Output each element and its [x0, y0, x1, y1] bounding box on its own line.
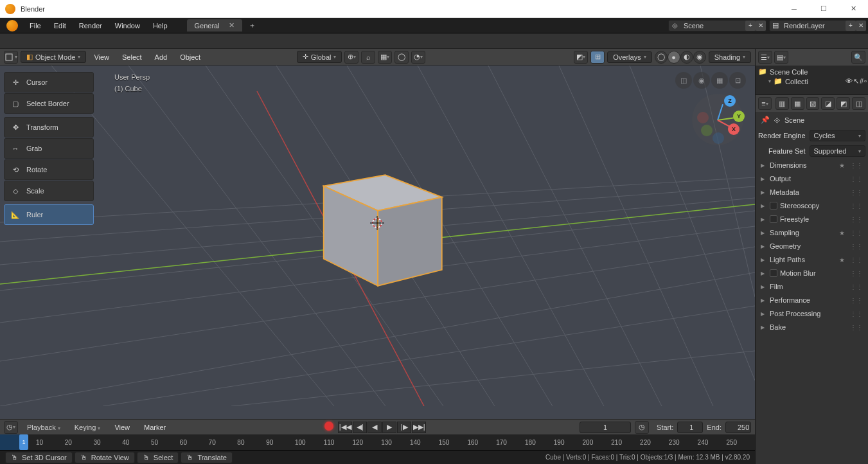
nav-camera-button[interactable]: ◉ — [693, 72, 710, 89]
blender-icon[interactable] — [6, 20, 18, 31]
outliner-search-button[interactable]: 🔍 — [851, 51, 865, 64]
tool-rotate[interactable]: ⟲Rotate — [4, 159, 94, 180]
preview-range-button[interactable]: ◷ — [635, 421, 649, 434]
pin-icon[interactable]: 📌 — [761, 116, 770, 124]
header-object[interactable]: Object — [175, 51, 206, 64]
proportional-falloff-button[interactable]: ◔▾ — [411, 51, 425, 64]
props-filter-2[interactable]: ▦ — [791, 97, 804, 110]
properties-editor-type-button[interactable]: ≡▾ — [758, 97, 772, 110]
window-minimize-button[interactable]: ─ — [779, 0, 809, 18]
grip-icon[interactable]: ⋮⋮ — [850, 202, 863, 210]
jump-next-keyframe-button[interactable]: |▶ — [397, 422, 411, 433]
jump-to-start-button[interactable]: |◀◀ — [338, 422, 352, 433]
panel-sampling[interactable]: ▶Sampling★⋮⋮ — [758, 226, 865, 240]
panel-post-processing[interactable]: ▶Post Processing⋮⋮ — [758, 307, 865, 321]
timeline-playback[interactable]: Playback ▾ — [22, 421, 66, 434]
panel-metadata[interactable]: ▶Metadata⋮⋮ — [758, 186, 865, 199]
orientation-selector[interactable]: ✛ Global ▾ — [297, 51, 342, 63]
menu-file[interactable]: File — [23, 19, 48, 32]
header-add[interactable]: Add — [150, 51, 173, 64]
pivot-button[interactable]: ⊕▾ — [344, 51, 359, 64]
grip-icon[interactable]: ⋮⋮ — [850, 162, 863, 169]
menu-render[interactable]: Render — [73, 19, 109, 32]
grip-icon[interactable]: ⋮⋮ — [850, 243, 863, 250]
props-filter-3[interactable]: ▧ — [806, 97, 820, 110]
jump-prev-keyframe-button[interactable]: ◀| — [353, 422, 367, 433]
timeline-editor-type-button[interactable]: ◷▾ — [4, 421, 18, 434]
navigation-gizmo[interactable]: Z Y X — [692, 94, 743, 145]
scene-selector[interactable]: 🞜 + ✕ — [668, 20, 766, 31]
header-view[interactable]: View — [89, 51, 114, 64]
gizmo-x-axis[interactable]: X — [728, 123, 740, 135]
star-icon[interactable]: ★ — [839, 256, 845, 263]
end-frame-input[interactable]: 250 — [725, 422, 751, 433]
autokey-toggle[interactable] — [324, 422, 333, 431]
menu-edit[interactable]: Edit — [48, 19, 73, 32]
scene-add-button[interactable]: + — [745, 21, 756, 31]
shading-solid-button[interactable]: ● — [668, 51, 680, 64]
editor-type-button[interactable]: ▾ — [4, 51, 18, 64]
renderlayer-selector[interactable]: ▤ + ✕ — [769, 20, 867, 31]
header-select[interactable]: Select — [117, 51, 147, 64]
panel-film[interactable]: ▶Film⋮⋮ — [758, 280, 865, 294]
scene-name-input[interactable] — [681, 21, 745, 31]
grip-icon[interactable]: ⋮⋮ — [850, 189, 863, 196]
outliner-editor-type-button[interactable]: ☰▾ — [758, 51, 772, 64]
gizmo-neg-y[interactable] — [701, 125, 713, 136]
close-icon[interactable]: ✕ — [229, 21, 235, 30]
overlays-toggle[interactable]: ⊞ — [590, 51, 605, 64]
visibility-icon[interactable]: 👁 — [846, 77, 853, 85]
outliner-display-mode-button[interactable]: ▤▾ — [774, 51, 788, 64]
snap-button[interactable]: ⌕ — [361, 51, 375, 64]
props-context-path[interactable]: 📌 🞜 Scene — [756, 112, 868, 128]
grip-icon[interactable]: ⋮⋮ — [850, 270, 863, 277]
shading-lookdev-button[interactable]: ◐ — [680, 51, 693, 64]
tool-transform[interactable]: ✥Transform — [4, 117, 94, 138]
tool-grab[interactable]: ↔Grab — [4, 138, 94, 159]
props-filter-6[interactable]: ◫ — [852, 97, 865, 110]
nav-perspective-button[interactable]: ▦ — [711, 72, 728, 89]
viewport-3d[interactable]: ✛Cursor▢Select Border✥Transform↔Grab⟲Rot… — [0, 66, 755, 419]
star-icon[interactable]: ★ — [839, 162, 845, 169]
renderlayer-remove-button[interactable]: ✕ — [856, 21, 866, 31]
window-close-button[interactable]: ✕ — [838, 0, 868, 18]
tool-select-border[interactable]: ▢Select Border — [4, 93, 94, 114]
renderlayer-name-input[interactable] — [781, 21, 846, 31]
props-filter-5[interactable]: ◩ — [837, 97, 850, 110]
menu-help[interactable]: Help — [146, 19, 174, 32]
scene-remove-button[interactable]: ✕ — [756, 21, 766, 31]
grip-icon[interactable]: ⋮⋮ — [850, 216, 863, 223]
star-icon[interactable]: ★ — [839, 229, 845, 236]
panel-light-paths[interactable]: ▶Light Paths★⋮⋮ — [758, 253, 865, 267]
nav-isolate-button[interactable]: ◫ — [675, 72, 692, 89]
props-filter-1[interactable]: ▥ — [775, 97, 789, 110]
snap-options-button[interactable]: ▦▾ — [378, 51, 392, 64]
grip-icon[interactable]: ⋮⋮ — [850, 310, 863, 317]
grip-icon[interactable]: ⋮⋮ — [850, 283, 863, 290]
panel-bake[interactable]: ▶Bake⋮⋮ — [758, 321, 865, 334]
proportional-button[interactable]: ◯ — [394, 51, 409, 64]
tool-ruler[interactable]: 📐Ruler — [4, 204, 94, 225]
menu-window[interactable]: Window — [109, 19, 146, 32]
renderlayer-add-button[interactable]: + — [846, 21, 856, 31]
panel-stereoscopy[interactable]: ▶Stereoscopy⋮⋮ — [758, 199, 865, 213]
start-frame-input[interactable]: 1 — [677, 422, 703, 433]
tool-scale[interactable]: ◇Scale — [4, 181, 94, 201]
grid-icon[interactable]: # — [860, 77, 864, 85]
panel-geometry[interactable]: ▶Geometry⋮⋮ — [758, 240, 865, 253]
panel-checkbox[interactable] — [770, 269, 777, 277]
gizmo-neg-z[interactable] — [713, 132, 724, 144]
panel-motion-blur[interactable]: ▶Motion Blur⋮⋮ — [758, 267, 865, 280]
panel-checkbox[interactable] — [770, 215, 777, 223]
props-filter-4[interactable]: ◪ — [821, 97, 835, 110]
grip-icon[interactable]: ⋮⋮ — [850, 256, 863, 263]
feature-set-select[interactable]: Supported▾ — [810, 145, 866, 157]
panel-output[interactable]: ▶Output⋮⋮ — [758, 172, 865, 186]
gizmo-neg-x[interactable] — [697, 112, 709, 123]
grip-icon[interactable]: ⋮⋮ — [850, 229, 863, 236]
outliner-row-collection[interactable]: ▾ 📁 Collecti 👁 ↖ # ▫ — [758, 76, 865, 86]
outliner-row-scene-collection[interactable]: 📁 Scene Colle — [758, 67, 865, 76]
panel-checkbox[interactable] — [770, 202, 777, 210]
shading-rendered-button[interactable]: ◉ — [693, 51, 706, 64]
render-engine-select[interactable]: Cycles▾ — [810, 130, 866, 141]
